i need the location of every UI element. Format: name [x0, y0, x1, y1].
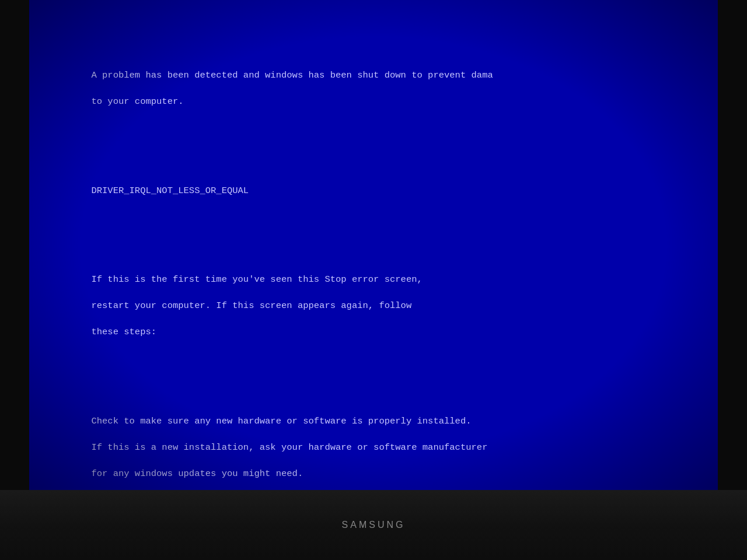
- monitor-brand: SAMSUNG: [342, 520, 406, 530]
- check-line1: Check to make sure any new hardware or s…: [91, 416, 471, 426]
- bsod-content: A problem has been detected and windows …: [48, 16, 699, 490]
- monitor-bottom-bezel: SAMSUNG: [0, 490, 747, 560]
- first-time-line3: these steps:: [91, 327, 156, 337]
- header-line2: to your computer.: [91, 96, 183, 107]
- error-code-label: DRIVER_IRQL_NOT_LESS_OR_EQUAL: [91, 186, 249, 196]
- header-block: A problem has been detected and windows …: [48, 55, 699, 121]
- error-code-block: DRIVER_IRQL_NOT_LESS_OR_EQUAL: [48, 171, 699, 210]
- check-line2: If this is a new installation, ask your …: [91, 442, 487, 453]
- check-line3: for any windows updates you might need.: [91, 468, 303, 479]
- monitor-bezel: A problem has been detected and windows …: [0, 0, 747, 560]
- bsod-screen: A problem has been detected and windows …: [29, 0, 718, 490]
- check-hardware-block: Check to make sure any new hardware or s…: [48, 402, 699, 490]
- first-time-line1: If this is the first time you've seen th…: [91, 274, 422, 285]
- first-time-line2: restart your computer. If this screen ap…: [91, 300, 411, 311]
- header-line1: A problem has been detected and windows …: [91, 70, 493, 80]
- first-time-block: If this is the first time you've seen th…: [48, 260, 699, 352]
